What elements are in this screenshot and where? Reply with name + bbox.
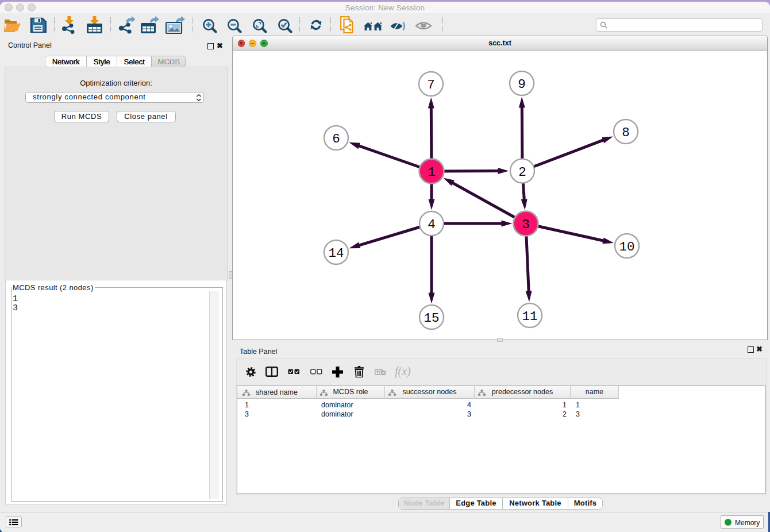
svg-text:2: 2: [518, 165, 526, 180]
svg-text:9: 9: [518, 77, 526, 92]
svg-text:6: 6: [332, 132, 340, 147]
svg-text:3: 3: [522, 217, 530, 232]
svg-text:14: 14: [328, 246, 344, 261]
svg-text:7: 7: [427, 78, 435, 92]
svg-text:1: 1: [428, 165, 436, 180]
svg-text:15: 15: [424, 311, 439, 326]
svg-text:11: 11: [522, 309, 537, 324]
svg-text:4: 4: [428, 217, 436, 232]
svg-text:10: 10: [619, 240, 634, 255]
svg-text:8: 8: [622, 125, 630, 140]
